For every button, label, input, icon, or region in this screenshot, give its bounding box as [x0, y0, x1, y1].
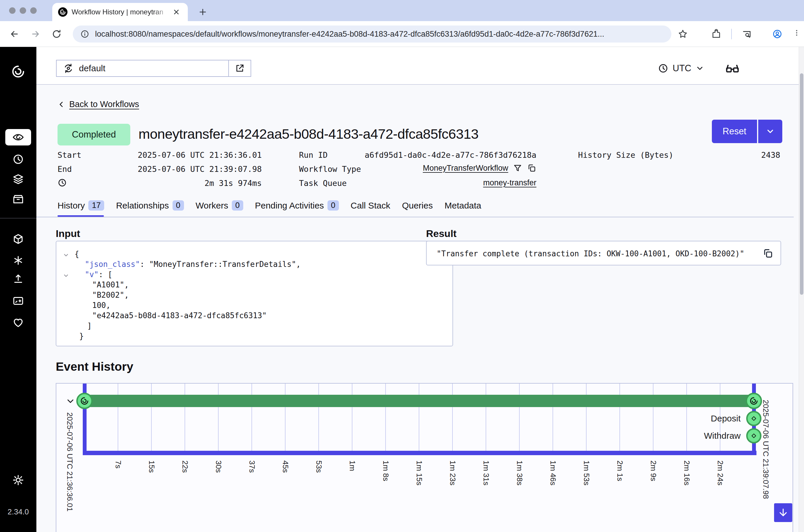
tab-count-badge: 0	[172, 200, 184, 211]
reset-button[interactable]: Reset	[712, 120, 757, 143]
copy-icon[interactable]	[762, 248, 773, 259]
nav-deployments[interactable]	[12, 233, 24, 245]
timezone-dropdown[interactable]: UTC	[658, 60, 704, 77]
activity-diamond-icon	[751, 433, 757, 439]
nav-workflows[interactable]	[5, 129, 31, 146]
nav-archival[interactable]	[12, 193, 24, 205]
glasses-icon	[725, 61, 740, 76]
namespace-selector-main[interactable]: default	[57, 60, 228, 76]
tab-title: Workflow History | moneytran	[72, 8, 168, 16]
url-bar[interactable]: localhost:8080/namespaces/default/workfl…	[73, 25, 671, 42]
timeline-end-datetime: 2025-07-06 UTC 21:39:07.98	[761, 400, 770, 499]
gridline	[653, 384, 653, 451]
deposit-activity-marker[interactable]	[746, 411, 762, 426]
tab-history[interactable]: History 17	[57, 200, 104, 211]
copy-icon[interactable]	[527, 163, 536, 173]
tick-label: 1m 53s	[582, 460, 591, 486]
app-sidebar: 2.34.0	[0, 47, 36, 532]
profile-avatar-icon[interactable]	[772, 29, 782, 39]
reload-icon[interactable]	[52, 29, 62, 39]
theme-toggle-sun-icon[interactable]	[12, 474, 24, 486]
namespace-selector[interactable]: default	[56, 60, 251, 77]
traffic-light-close[interactable]	[9, 7, 16, 14]
result-panel: "Transfer complete (transaction IDs: OKW…	[426, 241, 781, 265]
json-line: "A1001",	[92, 280, 129, 289]
workflow-start-event-marker[interactable]	[76, 393, 93, 409]
input-panel: { "json_class": "MoneyTransfer::Transfer…	[56, 241, 453, 346]
json-collapse-icon[interactable]	[63, 272, 69, 279]
nav-schedules[interactable]	[12, 153, 24, 165]
screen: Workflow History | moneytran	[0, 0, 804, 532]
gridline	[352, 384, 352, 451]
scroll-to-bottom-button[interactable]	[774, 503, 792, 522]
tick-label: 1m 46s	[548, 460, 558, 486]
nav-nexus[interactable]	[12, 254, 24, 266]
namespace-name: default	[79, 63, 105, 73]
end-value: 2025-07-06 UTC 21:39:07.98	[125, 165, 262, 174]
withdraw-activity-marker[interactable]	[746, 428, 762, 443]
back-icon[interactable]	[10, 29, 19, 39]
new-tab-button[interactable]	[196, 5, 209, 19]
json-line: "e4242aa5-b08d-4183-a472-dfca85fc6313"	[92, 311, 267, 320]
tick-label: 1m	[348, 460, 357, 471]
labs-mode-toggle[interactable]	[725, 61, 740, 76]
tab-call-stack[interactable]: Call Stack	[351, 201, 390, 211]
extensions-icon[interactable]	[711, 29, 721, 39]
filter-funnel-icon[interactable]	[513, 163, 522, 173]
run-id-label: Run ID	[299, 150, 328, 159]
tab-workers[interactable]: Workers 0	[196, 200, 243, 211]
temporal-logo-icon[interactable]	[11, 64, 25, 79]
workflow-tabs: History 17 Relationships 0 Workers 0 Pen…	[57, 200, 481, 211]
temporal-spiral-icon	[749, 397, 758, 405]
history-size-label: History Size (Bytes)	[578, 150, 673, 159]
workflow-type-cell: MoneyTransferWorkflow	[359, 163, 536, 173]
temporal-favicon-icon	[58, 7, 68, 17]
reset-dropdown-button[interactable]	[758, 120, 782, 143]
run-id-value: a6fd95d1-da0c-4d2e-a77c-786f3d76218a	[359, 150, 536, 159]
nav-feedback[interactable]	[12, 295, 24, 307]
workflows-eye-icon	[12, 131, 24, 144]
scrollbar-thumb[interactable]	[800, 73, 803, 295]
namespace-open-external[interactable]	[228, 60, 250, 76]
activity-row-label: Withdraw	[670, 431, 741, 441]
tab-queries[interactable]: Queries	[402, 201, 433, 211]
nav-namespaces[interactable]	[12, 173, 24, 185]
tab-label: Metadata	[445, 201, 481, 211]
event-history-heading: Event History	[56, 360, 133, 374]
workflow-end-event-marker[interactable]	[746, 393, 762, 409]
nav-import[interactable]	[12, 273, 24, 285]
url-text: localhost:8080/namespaces/default/workfl…	[95, 30, 604, 39]
json-key: "json_class"	[85, 260, 140, 269]
workflow-type-link[interactable]: MoneyTransferWorkflow	[423, 164, 508, 173]
browser-tab[interactable]: Workflow History | moneytran	[52, 3, 188, 21]
task-queue-link[interactable]: money-transfer	[483, 178, 536, 187]
tab-close-icon[interactable]	[172, 8, 180, 16]
forward-icon[interactable]	[31, 29, 40, 39]
timezone-label: UTC	[673, 63, 691, 74]
arrow-down-icon	[778, 507, 788, 518]
start-value: 2025-07-06 UTC 21:36:36.01	[125, 150, 262, 159]
tab-relationships[interactable]: Relationships 0	[116, 200, 184, 211]
back-to-workflows-link[interactable]: Back to Workflows	[57, 99, 139, 109]
tab-pending-activities[interactable]: Pending Activities 0	[255, 200, 339, 211]
site-info-icon[interactable]	[80, 30, 89, 38]
browser-menu-icon[interactable]	[793, 29, 801, 39]
json-collapse-icon[interactable]	[63, 252, 69, 259]
tab-label: Queries	[402, 201, 433, 211]
bookmark-star-icon[interactable]	[678, 29, 688, 39]
traffic-light-minimize[interactable]	[20, 7, 26, 14]
tick-label: 1m 31s	[482, 460, 491, 486]
toolbar-divider	[731, 29, 732, 39]
tick-label: 1m 15s	[415, 460, 424, 486]
timeline-collapse-button[interactable]	[64, 395, 76, 407]
tab-search-icon[interactable]	[742, 29, 752, 39]
app-version: 2.34.0	[0, 507, 36, 516]
workflow-type-label: Workflow Type	[299, 165, 361, 174]
nav-favorites[interactable]	[12, 317, 24, 328]
tabs-divider	[36, 217, 794, 217]
tab-metadata[interactable]: Metadata	[445, 201, 481, 211]
tick-label: 15s	[147, 460, 156, 473]
timeline-start-datetime: 2025-07-06 UTC 21:36:36.01	[65, 412, 74, 511]
workflow-span-bar[interactable]	[85, 395, 754, 407]
traffic-light-maximize[interactable]	[30, 7, 37, 14]
